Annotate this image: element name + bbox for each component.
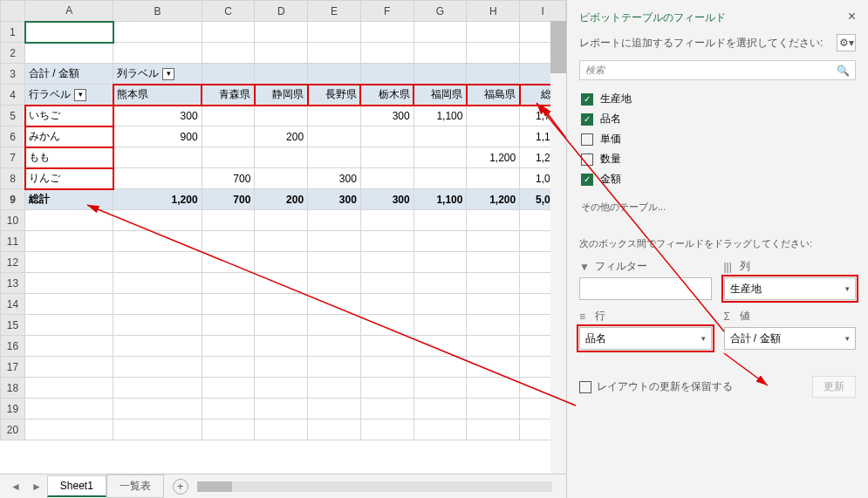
values-field-item[interactable]: 合計 / 金額▾ [724,327,857,350]
pivot-cell[interactable]: 300 [360,106,413,126]
rows-zone[interactable]: ≡行 品名▾ [579,309,712,350]
sheet-tab-inactive[interactable]: 一覧表 [106,474,164,498]
pivot-measure-cell[interactable]: 合計 / 金額 [25,64,113,85]
row-header[interactable]: 20 [1,420,25,440]
chevron-down-icon[interactable]: ▾ [845,334,850,343]
row-header[interactable]: 18 [1,378,25,399]
columns-field-item[interactable]: 生産地▾ [724,277,857,300]
pivot-cell[interactable]: 1,100 [413,106,467,126]
col-header[interactable]: A [25,1,113,22]
row-header[interactable]: 10 [1,210,25,231]
rows-field-item[interactable]: 品名▾ [579,327,712,350]
values-zone[interactable]: Σ値 合計 / 金額▾ [724,309,857,350]
pivot-cell[interactable] [360,147,413,168]
field-item[interactable]: 単価 [579,129,856,149]
row-header[interactable]: 19 [1,399,25,420]
columns-zone[interactable]: |||列 生産地▾ [724,259,857,300]
row-header[interactable]: 17 [1,357,25,378]
pivot-cell[interactable] [413,147,467,168]
pivot-col-header[interactable]: 福島県 [467,85,520,106]
vertical-scrollbar[interactable] [550,21,566,474]
col-header[interactable]: B [113,1,202,22]
field-item[interactable]: 数量 [579,149,856,169]
new-sheet-button[interactable]: + [173,479,188,495]
pivot-cell[interactable]: 900 [113,126,202,147]
col-header[interactable]: I [520,1,566,22]
pivot-row-label-cell[interactable]: 行ラベル▾ [25,85,113,106]
pivot-cell[interactable] [202,147,255,168]
row-header[interactable]: 9 [1,189,25,210]
gear-icon[interactable]: ⚙▾ [837,34,856,51]
pivot-cell[interactable] [360,168,413,189]
col-header[interactable]: G [413,1,467,22]
pivot-row-label[interactable]: みかん [25,126,113,147]
pivot-cell[interactable]: 300 [113,106,202,126]
pivot-cell[interactable] [255,106,308,126]
pivot-data-row[interactable]: 8 りんご7003001,000 [1,168,566,189]
pivot-col-header[interactable]: 栃木県 [360,85,413,106]
grid-area[interactable]: A B C D E F G H I 1 2 3 合計 / 金額 列ラベル▾ 4 … [0,0,566,474]
pivot-cell[interactable] [255,168,308,189]
pivot-cell[interactable]: 300 [308,168,361,189]
field-item[interactable]: ✓品名 [579,109,856,129]
filter-zone[interactable]: ▼フィルター [579,259,712,300]
pivot-data-row[interactable]: 6 みかん9002001,100 [1,126,566,147]
row-header[interactable]: 16 [1,336,25,357]
pivot-total-row[interactable]: 9 総計 1,200 700 200 300 300 1,100 1,200 5… [1,189,566,210]
pivot-total-label[interactable]: 総計 [25,189,113,210]
pivot-cell[interactable] [308,147,361,168]
column-label-dropdown-icon[interactable]: ▾ [162,68,174,80]
tab-scroll-left-icon[interactable]: ◄ [5,481,26,493]
row-header[interactable]: 14 [1,294,25,315]
pivot-cell[interactable] [113,147,202,168]
pivot-cell[interactable] [255,147,308,168]
field-item[interactable]: ✓生産地 [579,89,856,109]
row-header[interactable]: 7 [1,147,25,168]
pivot-col-header[interactable]: 青森県 [202,85,255,106]
pivot-cell[interactable]: 1,200 [467,147,520,168]
pivot-cell[interactable] [467,168,520,189]
pivot-cell[interactable]: 200 [255,126,308,147]
row-header[interactable]: 15 [1,315,25,336]
chevron-down-icon[interactable]: ▾ [701,334,706,343]
chevron-down-icon[interactable]: ▾ [845,284,850,293]
pivot-row-label[interactable]: もも [25,147,113,168]
col-header[interactable]: E [308,1,361,22]
pivot-cell[interactable] [113,168,202,189]
pivot-cell[interactable] [413,168,467,189]
worksheet-grid[interactable]: A B C D E F G H I 1 2 3 合計 / 金額 列ラベル▾ 4 … [0,0,566,440]
pivot-data-row[interactable]: 7 もも1,2001,200 [1,147,566,168]
pivot-cell[interactable]: 700 [202,168,255,189]
other-tables-link[interactable]: その他のテーブル... [579,198,856,216]
pivot-row-label[interactable]: りんご [25,168,113,189]
row-header[interactable]: 3 [1,64,25,85]
sheet-tab-active[interactable]: Sheet1 [47,475,106,497]
checkbox-icon[interactable]: ✓ [581,93,593,106]
pivot-cell[interactable] [202,126,255,147]
pivot-cell[interactable] [308,106,361,126]
search-input[interactable]: 検索 🔍 [579,60,856,80]
pivot-col-header[interactable]: 静岡県 [255,85,308,106]
row-header[interactable]: 8 [1,168,25,189]
field-item[interactable]: ✓金額 [579,169,856,189]
col-header[interactable]: H [467,1,520,22]
pivot-cell[interactable] [467,126,520,147]
row-header[interactable]: 12 [1,252,25,273]
pivot-data-row[interactable]: 5 いちご3003001,1001,700 [1,106,566,126]
row-header[interactable]: 6 [1,126,25,147]
row-header[interactable]: 2 [1,43,25,64]
horizontal-scrollbar[interactable] [197,481,552,492]
defer-layout-checkbox[interactable]: レイアウトの更新を保留する [579,379,733,394]
scrollbar-thumb[interactable] [550,21,566,73]
row-label-dropdown-icon[interactable]: ▾ [74,89,86,101]
row-header[interactable]: 5 [1,106,25,126]
active-cell[interactable] [25,22,113,43]
tab-scroll-right-icon[interactable]: ► [26,481,47,493]
pivot-cell[interactable] [467,106,520,126]
pivot-cell[interactable] [308,126,361,147]
update-button[interactable]: 更新 [812,376,856,398]
pivot-cell[interactable] [360,126,413,147]
checkbox-icon[interactable] [581,153,593,166]
row-header[interactable]: 13 [1,273,25,294]
select-all-corner[interactable] [1,1,25,22]
